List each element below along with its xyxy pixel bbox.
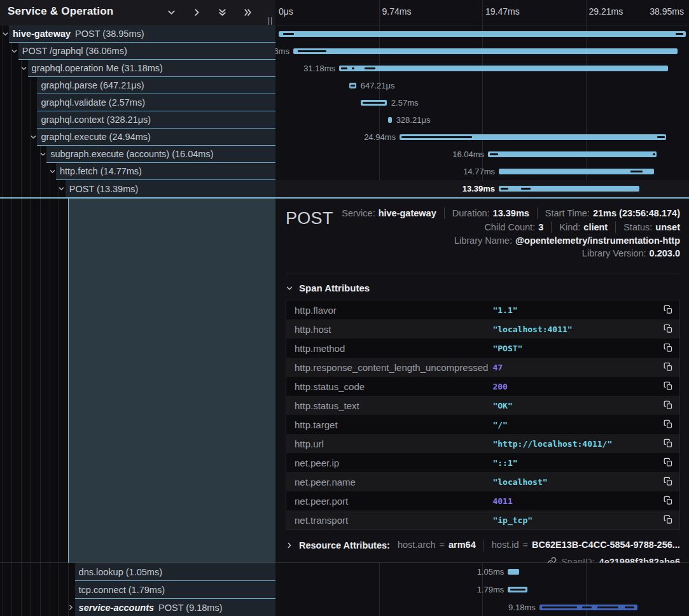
- copy-icon[interactable]: [664, 305, 673, 314]
- chevron-down-icon[interactable]: [1, 31, 9, 38]
- attribute-key: http.response_content_length_uncompresse…: [286, 362, 488, 373]
- resource-attribute-value: arm64: [449, 540, 476, 550]
- chevron-down-icon[interactable]: [20, 65, 28, 72]
- chevron-down-icon[interactable]: [167, 8, 176, 17]
- attribute-key: http.method: [286, 343, 345, 354]
- attribute-row: http.status_code200: [286, 377, 679, 396]
- span-bar-row[interactable]: 36.06ms: [275, 43, 689, 60]
- span-row[interactable]: graphql.execute (24.94ms): [37, 129, 275, 146]
- indent-guide: [3, 563, 3, 616]
- span-row[interactable]: subgraph.execute (accounts) (16.04ms): [46, 146, 275, 163]
- chevron-down-icon[interactable]: [48, 168, 56, 175]
- span-bar-row[interactable]: 13.39ms: [275, 180, 689, 197]
- span-row[interactable]: graphql.context (328.21μs): [37, 111, 275, 129]
- drag-handle-icon[interactable]: ||: [268, 16, 273, 25]
- span-bar-row[interactable]: 1.79ms: [275, 581, 689, 599]
- header-band: Service & Operation || 0μs9.74ms19.47ms2…: [0, 0, 689, 25]
- chevron-right-icon[interactable]: [192, 8, 202, 17]
- copy-icon[interactable]: [664, 324, 673, 333]
- trace-viewer-window: Service & Operation || 0μs9.74ms19.47ms2…: [0, 0, 689, 616]
- attribute-key: http.url: [286, 438, 324, 449]
- double-chevron-right-icon[interactable]: [243, 8, 253, 17]
- attribute-key: http.status_code: [286, 381, 365, 392]
- attribute-key: http.status_text: [286, 400, 359, 411]
- span-bar[interactable]: [499, 186, 639, 192]
- span-duration-label: 16.04ms: [452, 150, 484, 159]
- span-bar-row[interactable]: 2.57ms: [275, 94, 689, 111]
- resource-attributes-row[interactable]: Resource Attributes: host.arch=arm64host…: [286, 540, 680, 551]
- span-timeline-tail: 1.05ms1.79ms9.18ms: [275, 563, 689, 616]
- chevron-down-icon[interactable]: [29, 134, 37, 141]
- copy-icon[interactable]: [664, 496, 673, 505]
- span-row[interactable]: POST (13.39ms): [66, 180, 275, 197]
- span-bar[interactable]: [339, 66, 668, 71]
- overview-item: Service:hive-gateway: [342, 208, 436, 218]
- span-bar-row[interactable]: 16.04ms: [275, 146, 689, 163]
- span-row[interactable]: dns.lookup (1.05ms): [75, 563, 275, 581]
- span-bar[interactable]: [279, 31, 686, 37]
- span-row[interactable]: graphql.operation Me (31.18ms): [28, 60, 275, 77]
- span-label: graphql.operation Me (31.18ms): [28, 63, 163, 73]
- divider: [551, 221, 552, 233]
- double-chevron-down-icon[interactable]: [218, 8, 227, 17]
- span-label: dns.lookup (1.05ms): [75, 567, 162, 577]
- span-label: http.fetch (14.77ms): [56, 166, 142, 176]
- ruler-tick-label: 9.74ms: [382, 6, 412, 17]
- span-operation-name: tcp.connect (1.79ms): [79, 585, 165, 595]
- span-row[interactable]: hive-gatewayPOST (38.95ms): [9, 25, 275, 43]
- span-bar-row[interactable]: 1.05ms: [275, 563, 689, 581]
- span-row[interactable]: POST /graphql (36.06ms): [18, 43, 275, 60]
- equals-sign: =: [522, 540, 527, 550]
- divider: [484, 540, 484, 551]
- overview-item-label: Duration:: [452, 208, 490, 218]
- attribute-value: "1.1": [492, 305, 517, 315]
- span-bar[interactable]: [508, 569, 519, 575]
- span-bar-row[interactable]: 31.18ms: [275, 60, 689, 77]
- overview-item-label: Status:: [623, 222, 652, 232]
- chevron-down-icon[interactable]: [58, 185, 66, 192]
- span-bar-row[interactable]: 647.21μs: [275, 77, 689, 94]
- span-detail-left-gutter: [0, 199, 275, 563]
- span-row[interactable]: tcp.connect (1.79ms): [75, 581, 275, 599]
- child-span-tick: [365, 67, 375, 69]
- resource-attributes-heading[interactable]: Resource Attributes:: [299, 540, 390, 550]
- copy-icon[interactable]: [664, 477, 673, 486]
- child-span-tick: [298, 50, 326, 52]
- copy-icon[interactable]: [664, 343, 673, 353]
- chevron-down-icon[interactable]: [39, 151, 46, 158]
- span-bar-row[interactable]: 24.94ms: [275, 129, 689, 146]
- copy-icon[interactable]: [664, 362, 673, 372]
- copy-icon[interactable]: [664, 458, 673, 467]
- span-row[interactable]: graphql.parse (647.21μs): [37, 77, 275, 94]
- span-bar-row[interactable]: 9.18ms: [275, 599, 689, 616]
- copy-icon[interactable]: [664, 438, 673, 448]
- span-bar-row[interactable]: 328.21μs: [275, 111, 689, 129]
- overview-item-label: Start Time:: [545, 208, 590, 218]
- span-bar[interactable]: [293, 48, 678, 54]
- span-row[interactable]: service-accountsPOST (9.18ms): [75, 599, 275, 616]
- attribute-key: http.host: [286, 324, 331, 335]
- span-bar-row[interactable]: [275, 25, 689, 43]
- span-bar[interactable]: [488, 151, 657, 157]
- span-attributes-heading[interactable]: Span Attributes: [286, 283, 680, 293]
- span-duration-label: 36.06ms: [275, 46, 289, 56]
- child-span-tick: [341, 67, 347, 69]
- span-row[interactable]: http.fetch (14.77ms): [56, 163, 275, 180]
- span-operation-name: POST (9.18ms): [158, 603, 222, 613]
- attribute-row: net.peer.name"localhost": [286, 472, 679, 491]
- span-bar-row[interactable]: 14.77ms: [275, 163, 689, 180]
- span-bar[interactable]: [388, 117, 392, 123]
- span-row[interactable]: graphql.validate (2.57ms): [37, 94, 275, 111]
- attribute-row: http.status_text"OK": [286, 396, 679, 415]
- attribute-row: http.host"localhost:4011": [286, 319, 679, 339]
- copy-icon[interactable]: [664, 419, 673, 429]
- chevron-right-icon[interactable]: [67, 604, 75, 611]
- overview-item-value: 0.203.0: [650, 248, 680, 258]
- copy-icon[interactable]: [664, 381, 673, 391]
- span-operation-name: http.fetch (14.77ms): [60, 166, 142, 176]
- copy-icon[interactable]: [664, 400, 673, 410]
- span-service-name: hive-gateway: [13, 29, 71, 39]
- indent-guide: [31, 563, 31, 616]
- copy-icon[interactable]: [664, 515, 673, 524]
- chevron-down-icon[interactable]: [11, 48, 18, 55]
